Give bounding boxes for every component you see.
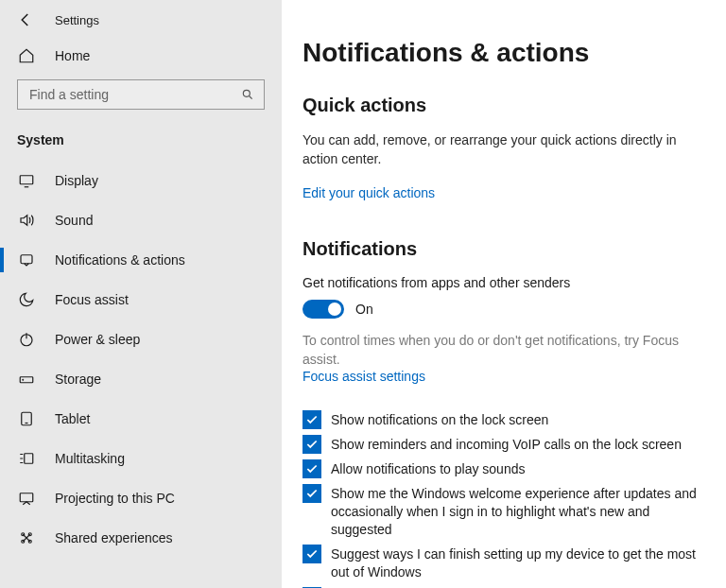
nav-list: Display Sound Notifications & actions Fo… — [0, 161, 282, 558]
sidebar-item-label: Focus assist — [55, 292, 129, 307]
sidebar-item-shared[interactable]: Shared experiences — [0, 518, 282, 558]
sidebar-item-label: Display — [55, 173, 98, 188]
sidebar-home-label: Home — [55, 48, 90, 63]
search-icon — [241, 88, 254, 101]
svg-rect-4 — [20, 377, 33, 383]
checkbox-label: Show notifications on the lock screen — [331, 410, 548, 429]
sidebar-item-projecting[interactable]: Projecting to this PC — [0, 478, 282, 518]
checkbox-label: Allow notifications to play sounds — [331, 459, 525, 478]
tablet-icon — [17, 410, 36, 427]
sidebar-item-label: Tablet — [55, 411, 90, 426]
notifications-toggle-label: On — [355, 302, 373, 317]
option-welcome-experience: Show me the Windows welcome experience a… — [302, 484, 707, 539]
sidebar-item-label: Shared experiences — [55, 530, 173, 545]
sidebar-item-storage[interactable]: Storage — [0, 359, 282, 399]
sidebar-item-label: Sound — [55, 213, 93, 228]
checkbox[interactable] — [302, 410, 321, 429]
monitor-icon — [17, 172, 36, 189]
option-lock-screen: Show notifications on the lock screen — [302, 410, 707, 429]
back-arrow-icon[interactable] — [17, 11, 34, 28]
svg-point-0 — [243, 90, 250, 96]
sidebar-item-power-sleep[interactable]: Power & sleep — [0, 320, 282, 359]
svg-rect-7 — [25, 454, 33, 464]
sidebar-item-label: Projecting to this PC — [55, 491, 175, 506]
svg-rect-2 — [21, 255, 32, 264]
storage-icon — [17, 371, 36, 388]
search-input[interactable] — [27, 86, 241, 103]
sidebar-item-sound[interactable]: Sound — [0, 200, 282, 240]
notifications-toggle-group: On — [302, 300, 707, 319]
sidebar-item-label: Power & sleep — [55, 332, 140, 347]
sidebar-section-title: System — [0, 119, 282, 155]
notification-icon — [17, 251, 36, 268]
content: Notifications & actions Quick actions Yo… — [282, 0, 726, 588]
sidebar-item-multitasking[interactable]: Multitasking — [0, 439, 282, 478]
notifications-heading: Notifications — [302, 238, 707, 260]
notifications-section: Notifications Get notifications from app… — [302, 238, 707, 588]
projecting-icon — [17, 490, 36, 507]
shared-icon — [17, 529, 36, 546]
quick-actions-section: Quick actions You can add, remove, or re… — [302, 95, 707, 200]
checkbox-label: Suggest ways I can finish setting up my … — [331, 545, 707, 581]
svg-rect-1 — [20, 176, 33, 184]
sidebar-header: Settings — [0, 6, 282, 38]
notifications-subtitle: Get notifications from apps and other se… — [302, 275, 707, 290]
sidebar-home[interactable]: Home — [0, 38, 282, 74]
checkbox-label: Show reminders and incoming VoIP calls o… — [331, 435, 682, 454]
checkbox[interactable] — [302, 459, 321, 478]
checkbox[interactable] — [302, 545, 321, 563]
home-icon — [17, 47, 36, 64]
sidebar-item-display[interactable]: Display — [0, 161, 282, 200]
notifications-toggle[interactable] — [302, 300, 344, 319]
option-finish-setup: Suggest ways I can finish setting up my … — [302, 545, 707, 581]
multitasking-icon — [17, 450, 36, 467]
sidebar-item-tablet[interactable]: Tablet — [0, 399, 282, 439]
app-title: Settings — [55, 13, 99, 27]
moon-icon — [17, 291, 36, 308]
focus-assist-note: To control times when you do or don't ge… — [302, 332, 707, 369]
svg-rect-8 — [20, 493, 33, 502]
sidebar-item-label: Storage — [55, 372, 101, 387]
quick-actions-desc: You can add, remove, or rearrange your q… — [302, 131, 700, 168]
quick-actions-heading: Quick actions — [302, 95, 707, 116]
power-icon — [17, 331, 36, 348]
svg-point-5 — [23, 379, 24, 380]
page-title: Notifications & actions — [302, 38, 707, 68]
sidebar-item-notifications[interactable]: Notifications & actions — [0, 240, 282, 280]
focus-assist-link[interactable]: Focus assist settings — [302, 369, 425, 384]
sidebar-item-label: Notifications & actions — [55, 252, 185, 268]
edit-quick-actions-link[interactable]: Edit your quick actions — [302, 185, 435, 200]
option-voip-lock-screen: Show reminders and incoming VoIP calls o… — [302, 435, 707, 454]
sound-icon — [17, 212, 36, 229]
option-play-sounds: Allow notifications to play sounds — [302, 459, 707, 478]
sidebar-item-focus-assist[interactable]: Focus assist — [0, 280, 282, 320]
search-box[interactable] — [17, 79, 265, 110]
checkbox[interactable] — [302, 435, 321, 454]
sidebar: Settings Home System Display Sound — [0, 0, 282, 588]
search-container — [0, 74, 282, 119]
checkbox-label: Show me the Windows welcome experience a… — [331, 484, 707, 539]
checkbox[interactable] — [302, 484, 321, 503]
sidebar-item-label: Multitasking — [55, 451, 125, 466]
